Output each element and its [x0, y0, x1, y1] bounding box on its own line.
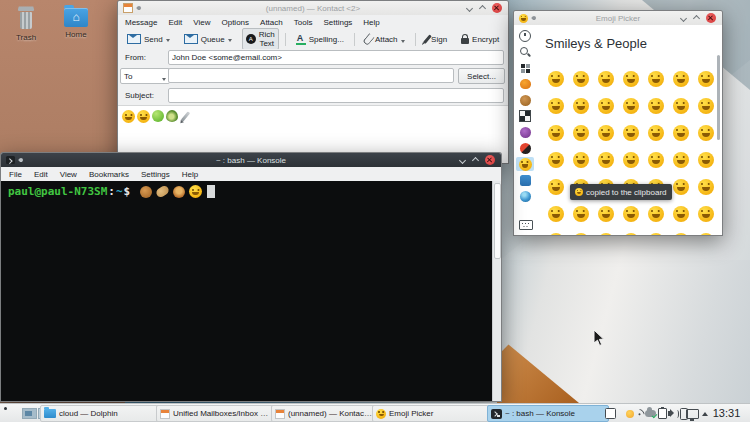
body-emoji[interactable] — [181, 111, 190, 121]
select-recipient-button[interactable]: Select... — [458, 68, 505, 84]
travel-places-category-button[interactable] — [516, 189, 534, 203]
composer-menu-settings[interactable]: Settings — [323, 18, 352, 27]
animals-nature-category-button[interactable] — [516, 93, 534, 107]
taskbar-task-emoji-picker[interactable]: Emoji Picker — [372, 405, 492, 422]
close-button[interactable] — [706, 13, 716, 23]
emoji-cell[interactable] — [593, 200, 618, 227]
composer-menu-edit[interactable]: Edit — [168, 18, 182, 27]
emoji-cell[interactable] — [568, 92, 593, 119]
minimize-button[interactable] — [459, 157, 466, 164]
emoji-cell[interactable] — [543, 65, 568, 92]
recent-button[interactable] — [516, 29, 534, 43]
emoji-cell[interactable] — [643, 146, 668, 173]
search-button[interactable] — [516, 45, 534, 59]
emoji-cell[interactable] — [543, 173, 568, 200]
minimize-button[interactable] — [466, 5, 473, 12]
emoji-cell[interactable] — [593, 92, 618, 119]
objects-category-button[interactable] — [516, 141, 534, 155]
emoji-cell[interactable] — [568, 146, 593, 173]
emoji-picker-titlebar[interactable]: Emoji Picker — [514, 11, 722, 26]
emoji-cell[interactable] — [668, 146, 693, 173]
konsole-menu-file[interactable]: File — [9, 170, 22, 179]
smileys-people-category-button[interactable] — [516, 157, 534, 171]
maximize-button[interactable] — [472, 157, 479, 164]
emoji-cell[interactable] — [593, 227, 618, 236]
emoji-cell[interactable] — [693, 146, 718, 173]
emoji-cell[interactable] — [693, 200, 718, 227]
flags-category-button[interactable] — [516, 109, 534, 123]
emoji-cell[interactable] — [668, 92, 693, 119]
konsole-titlebar[interactable]: ~ : bash — Konsole — [1, 153, 501, 168]
emoji-cell[interactable] — [618, 92, 643, 119]
desktop-icon-home[interactable]: Home — [48, 5, 104, 39]
emoji-cell[interactable] — [668, 200, 693, 227]
composer-titlebar[interactable]: (unnamed) — Kontact <2> — [118, 1, 508, 16]
emoji-cell[interactable] — [543, 92, 568, 119]
emoji-cell[interactable] — [568, 227, 593, 236]
konsole-menu-view[interactable]: View — [60, 170, 77, 179]
close-button[interactable] — [485, 155, 495, 165]
subject-field[interactable] — [168, 88, 504, 103]
emoji-cell[interactable] — [618, 65, 643, 92]
emoji-cell[interactable] — [618, 146, 643, 173]
spelling-button[interactable]: Spelling... — [292, 32, 348, 47]
body-emoji[interactable] — [166, 110, 178, 122]
maximize-button[interactable] — [693, 15, 700, 22]
taskbar-task-bash-konsole[interactable]: ~ : bash — Konsole — [487, 405, 609, 422]
rich-text-button[interactable]: Rich Text — [242, 28, 279, 50]
emoji-cell[interactable] — [668, 173, 693, 200]
composer-menu-help[interactable]: Help — [363, 18, 379, 27]
taskbar-task-cloud-dolphin[interactable]: cloud — Dolphin — [40, 405, 161, 422]
terminal-view[interactable]: paul@paul-N73SM:~$ — [1, 181, 501, 401]
emoji-cell[interactable] — [543, 200, 568, 227]
konsole-menu-settings[interactable]: Settings — [141, 170, 170, 179]
emoji-cell[interactable] — [543, 119, 568, 146]
to-selector[interactable]: To — [120, 68, 170, 84]
body-emoji[interactable] — [122, 110, 135, 123]
emoji-cell[interactable] — [693, 119, 718, 146]
sign-button[interactable]: Sign — [422, 32, 452, 46]
emoji-cell[interactable] — [568, 119, 593, 146]
emoji-cell[interactable] — [668, 119, 693, 146]
emoji-cell[interactable] — [643, 227, 668, 236]
body-emoji[interactable] — [137, 110, 150, 123]
from-field[interactable] — [168, 50, 504, 65]
emoji-cell[interactable] — [593, 65, 618, 92]
clock[interactable]: 13:31 — [705, 404, 748, 422]
keyboard-config-icon[interactable] — [519, 220, 533, 230]
emoji-cell[interactable] — [668, 227, 693, 236]
food-drink-category-button[interactable] — [516, 125, 534, 139]
composer-menu-view[interactable]: View — [193, 18, 210, 27]
emoji-cell[interactable] — [693, 227, 718, 236]
app-launcher-icon[interactable] — [4, 407, 17, 420]
taskbar-task-unified-mailboxes-inbox-ko[interactable]: Unified Mailboxes/Inbox — Ko... — [156, 405, 276, 422]
desktop-icon-trash[interactable]: Trash — [0, 5, 54, 42]
emoji-cell[interactable] — [643, 65, 668, 92]
pager-desktop-1[interactable] — [22, 408, 37, 419]
emoji-cell[interactable] — [618, 227, 643, 236]
terminal-scrollbar[interactable] — [492, 181, 501, 401]
to-field[interactable] — [168, 68, 454, 83]
konsole-menu-help[interactable]: Help — [182, 170, 198, 179]
maximize-button[interactable] — [479, 5, 486, 12]
konsole-menu-bookmarks[interactable]: Bookmarks — [89, 170, 129, 179]
body-emoji[interactable] — [152, 110, 164, 122]
attach-button[interactable]: Attach — [361, 32, 409, 47]
emoji-cell[interactable] — [668, 65, 693, 92]
emoji-cell[interactable] — [618, 119, 643, 146]
symbols-category-button[interactable] — [516, 173, 534, 187]
activities-category-button[interactable] — [516, 77, 534, 91]
konsole-menu-edit[interactable]: Edit — [34, 170, 48, 179]
emoji-cell[interactable] — [593, 146, 618, 173]
emoji-cell[interactable] — [593, 119, 618, 146]
emoji-cell[interactable] — [568, 65, 593, 92]
composer-menu-message[interactable]: Message — [125, 18, 157, 27]
taskbar-task-unnamed-kontact-2[interactable]: (unnamed) — Kontact <2> — [271, 405, 377, 422]
encrypt-button[interactable]: Encrypt — [457, 32, 503, 46]
emoji-cell[interactable] — [643, 119, 668, 146]
custom-category-button[interactable] — [516, 61, 534, 75]
emoji-cell[interactable] — [543, 227, 568, 236]
emoji-cell[interactable] — [693, 92, 718, 119]
emoji-cell[interactable] — [618, 200, 643, 227]
composer-menu-attach[interactable]: Attach — [260, 18, 283, 27]
